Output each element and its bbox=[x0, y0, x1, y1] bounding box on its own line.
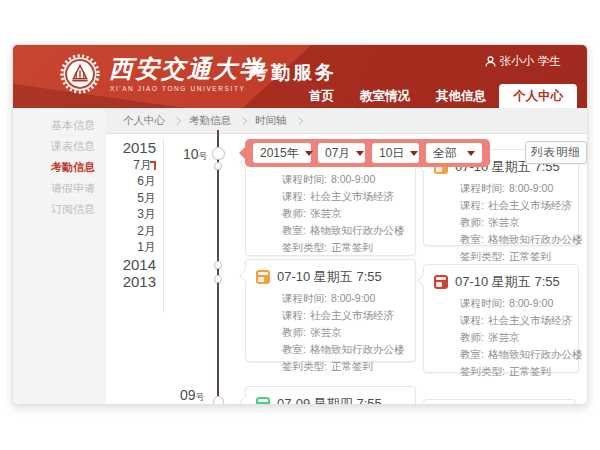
breadcrumb: 个人中心 考勤信息 时间轴 bbox=[106, 108, 587, 134]
attendance-card[interactable]: 07-10 星期五 7:55 课程时间:8:00-9:00 课程:社会主义市场经… bbox=[423, 264, 579, 373]
nav-item-home[interactable]: 首页 bbox=[296, 84, 347, 108]
sidebar-item-leave-request[interactable]: 请假申请 bbox=[13, 178, 106, 199]
user-role: 学生 bbox=[538, 54, 561, 69]
user-name: 张小小 bbox=[500, 54, 535, 69]
chevron-right-icon bbox=[294, 116, 302, 124]
list-detail-button[interactable]: 列表明细 bbox=[525, 141, 587, 164]
attendance-status-icon bbox=[434, 275, 448, 289]
sidebar-item-schedule-info[interactable]: 课表信息 bbox=[13, 136, 106, 157]
main-content: 个人中心 考勤信息 时间轴 2015 7月 6月 5月 3月 2月 1月 20 bbox=[106, 108, 587, 405]
timeline-month-jun[interactable]: 6月 bbox=[106, 173, 156, 190]
attendance-card[interactable]: 07-09 星期四 7:55 bbox=[245, 386, 416, 405]
app-window: 西安交通大学 XI'AN JIAO TONG UNIVERSITY 考勤服务 张… bbox=[12, 44, 588, 405]
year-select[interactable]: 2015年 bbox=[253, 143, 311, 163]
timeline-year-2013[interactable]: 2013 bbox=[106, 273, 156, 291]
day-marker-10: 10号 bbox=[183, 145, 208, 163]
chevron-right-icon bbox=[239, 116, 247, 124]
column-divider bbox=[163, 138, 164, 313]
user-info[interactable]: 张小小 学生 bbox=[485, 54, 562, 69]
caret-down-icon bbox=[305, 151, 313, 156]
timeline-year-month-column: 2015 7月 6月 5月 3月 2月 1月 2014 2013 bbox=[106, 139, 156, 291]
breadcrumb-attendance-info[interactable]: 考勤信息 bbox=[189, 114, 231, 128]
app-title: 考勤服务 bbox=[249, 60, 337, 86]
screenshot-stage: 西安交通大学 XI'AN JIAO TONG UNIVERSITY 考勤服务 张… bbox=[0, 0, 600, 450]
card-title: 07-10 星期五 7:55 bbox=[455, 273, 560, 291]
timeline-node-small bbox=[214, 261, 222, 269]
caret-down-icon bbox=[410, 151, 418, 156]
breadcrumb-timeline[interactable]: 时间轴 bbox=[255, 114, 287, 128]
chevron-right-icon bbox=[173, 116, 181, 124]
timeline-month-mar[interactable]: 3月 bbox=[106, 206, 156, 223]
person-icon bbox=[485, 56, 496, 67]
timeline-year-2015[interactable]: 2015 bbox=[106, 139, 156, 157]
timeline-month-may[interactable]: 5月 bbox=[106, 190, 156, 207]
timeline-month-jul[interactable]: 7月 bbox=[106, 157, 156, 174]
university-logo-icon bbox=[59, 53, 101, 95]
attendance-card[interactable]: 07-10 星期五 7:55 课程时间:8:00-9:00 课程:社会主义市场经… bbox=[245, 259, 416, 362]
caret-down-icon bbox=[356, 151, 364, 156]
timeline-year-2014[interactable]: 2014 bbox=[106, 256, 156, 274]
sidebar-item-subscription-info[interactable]: 订阅信息 bbox=[13, 199, 106, 220]
app-header: 西安交通大学 XI'AN JIAO TONG UNIVERSITY 考勤服务 张… bbox=[13, 45, 587, 108]
breadcrumb-personal-center[interactable]: 个人中心 bbox=[123, 114, 165, 128]
timeline-node-small bbox=[214, 275, 222, 283]
current-month-marker bbox=[154, 161, 156, 170]
caret-down-icon bbox=[467, 151, 475, 156]
main-nav: 首页 教室情况 其他信息 个人中心 bbox=[296, 84, 577, 108]
month-select[interactable]: 07月 bbox=[318, 143, 365, 163]
timeline-month-feb[interactable]: 2月 bbox=[106, 223, 156, 240]
university-name-english: XI'AN JIAO TONG UNIVERSITY bbox=[110, 85, 245, 92]
nav-item-personal-center[interactable]: 个人中心 bbox=[499, 84, 577, 108]
sidebar-item-basic-info[interactable]: 基本信息 bbox=[13, 115, 106, 136]
nav-item-classrooms[interactable]: 教室情况 bbox=[347, 84, 423, 108]
timeline-node-large bbox=[212, 147, 225, 160]
nav-item-other-info[interactable]: 其他信息 bbox=[423, 84, 499, 108]
date-filter-bar: 2015年 07月 10日 全部 bbox=[245, 139, 490, 167]
timeline-month-jan[interactable]: 1月 bbox=[106, 239, 156, 256]
attendance-status-icon bbox=[256, 397, 270, 405]
card-title: 07-10 星期五 7:55 bbox=[277, 268, 382, 286]
attendance-status-icon bbox=[256, 270, 270, 284]
university-name-calligraphy: 西安交通大学 bbox=[109, 53, 265, 85]
sidebar: 基本信息 课表信息 考勤信息 请假申请 订阅信息 bbox=[13, 108, 106, 405]
day-marker-09: 09号 bbox=[180, 386, 205, 404]
sidebar-item-attendance-info[interactable]: 考勤信息 bbox=[13, 157, 106, 178]
day-select[interactable]: 10日 bbox=[372, 143, 419, 163]
timeline-node-small bbox=[214, 162, 222, 170]
type-select[interactable]: 全部 bbox=[426, 143, 482, 163]
card-title: 07-09 星期四 7:55 bbox=[277, 395, 382, 405]
attendance-card-partial[interactable] bbox=[423, 399, 576, 405]
timeline-node-medium bbox=[213, 396, 224, 406]
